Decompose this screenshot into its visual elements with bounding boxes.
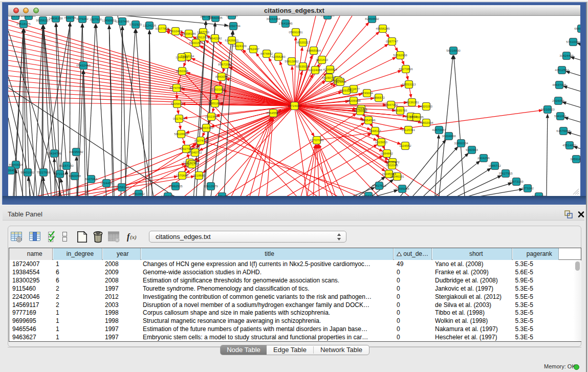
svg-text:29518175: 29518175 [16,22,31,26]
svg-text:43512562: 43512562 [555,68,569,72]
svg-text:36236351: 36236351 [405,100,419,104]
svg-text:8749004: 8749004 [361,91,374,95]
svg-text:55340712: 55340712 [188,150,202,154]
svg-text:0086712: 0086712 [489,164,502,167]
svg-text:12490652: 12490652 [102,18,116,22]
svg-text:3279282: 3279282 [76,17,89,20]
svg-text:2275459: 2275459 [216,194,229,196]
svg-text:52851840: 52851840 [208,101,222,105]
svg-text:95205958: 95205958 [346,99,361,102]
svg-text:1947759: 1947759 [197,30,210,34]
svg-text:31802034: 31802034 [419,121,433,124]
svg-text:17641845: 17641845 [278,21,293,25]
svg-text:12056734: 12056734 [226,24,241,28]
svg-text:63037486: 63037486 [115,19,129,23]
svg-text:61576868: 61576868 [556,129,571,133]
svg-text:42368824: 42368824 [323,68,337,71]
svg-text:8027475: 8027475 [194,139,207,142]
svg-text:4762497: 4762497 [247,47,260,51]
svg-text:47707048: 47707048 [310,138,324,142]
svg-text:9006458: 9006458 [8,168,17,172]
svg-text:38210023: 38210023 [540,107,555,111]
svg-text:99431662: 99431662 [20,170,35,174]
svg-text:11124226: 11124226 [143,24,157,27]
svg-text:9060058: 9060058 [69,174,81,178]
svg-text:48437005: 48437005 [552,83,567,86]
svg-text:9348117: 9348117 [369,129,381,133]
svg-text:1104552: 1104552 [399,144,411,147]
svg-text:3521410: 3521410 [316,58,329,61]
svg-text:32860334: 32860334 [454,141,468,145]
svg-text:58028696: 58028696 [174,132,188,136]
svg-text:45656245: 45656245 [376,27,390,30]
svg-text:03645527: 03645527 [266,111,280,115]
svg-text:84095642: 84095642 [69,150,83,154]
svg-text:35627915: 35627915 [498,171,513,175]
svg-text:42358283: 42358283 [271,55,286,58]
svg-text:75227668: 75227668 [36,170,51,174]
svg-text:2273242: 2273242 [521,186,534,190]
svg-text:1027616: 1027616 [90,17,102,21]
svg-text:(x): (x) [130,234,137,240]
svg-text:20935765: 20935765 [393,108,407,112]
svg-text:0284862: 0284862 [381,151,394,155]
svg-text:5702929: 5702929 [129,23,142,26]
svg-text:9604220: 9604220 [362,194,375,196]
svg-text:7839705: 7839705 [64,16,77,19]
svg-text:87971707: 87971707 [185,162,199,166]
svg-text:03093262: 03093262 [339,89,354,92]
svg-text:23973169: 23973169 [509,180,524,183]
svg-text:88813383: 88813383 [532,194,546,196]
svg-text:56320217: 56320217 [296,40,310,44]
svg-text:0017634: 0017634 [173,117,186,120]
svg-text:38204668: 38204668 [442,134,456,138]
svg-text:38258112: 38258112 [115,185,129,189]
svg-text:21840905: 21840905 [208,16,223,19]
svg-text:2932340: 2932340 [205,115,218,118]
svg-text:10642242: 10642242 [208,36,222,40]
svg-text:57310060: 57310060 [566,40,580,43]
svg-text:42927952: 42927952 [179,147,193,150]
svg-text:7972183: 7972183 [54,172,67,176]
svg-text:03613979: 03613979 [204,184,218,188]
svg-text:5825801: 5825801 [334,80,347,83]
svg-text:2916055: 2916055 [552,99,565,102]
svg-text:58398146: 58398146 [182,32,196,35]
svg-text:89943014: 89943014 [9,163,23,166]
svg-text:65939194: 65939194 [296,64,310,68]
svg-text:1244283: 1244283 [176,55,188,59]
svg-text:01120311: 01120311 [402,128,416,132]
svg-text:61426611: 61426611 [225,38,239,42]
svg-text:9150346: 9150346 [176,69,189,73]
svg-text:89273816: 89273816 [399,67,413,71]
svg-text:64947082: 64947082 [384,103,398,106]
svg-text:39992505: 39992505 [168,184,183,188]
svg-text:3459144: 3459144 [570,157,580,161]
svg-text:30346191: 30346191 [390,174,404,178]
svg-text:80747895: 80747895 [169,86,184,90]
svg-text:5205833: 5205833 [171,102,184,105]
svg-text:05691061: 05691061 [289,30,303,34]
svg-text:55954546: 55954546 [361,118,376,122]
svg-text:84424109: 84424109 [232,44,247,48]
svg-text:93377809: 93377809 [155,27,169,30]
svg-text:2810862: 2810862 [133,192,145,195]
svg-text:2404296: 2404296 [477,156,490,160]
svg-text:22601858: 22601858 [211,87,226,91]
svg-text:04806358: 04806358 [49,16,63,20]
svg-text:99001533: 99001533 [189,41,203,45]
svg-text:15106502: 15106502 [353,109,367,113]
svg-text:69973653: 69973653 [320,16,335,17]
svg-text:68819736: 68819736 [21,16,36,17]
svg-text:66881345: 66881345 [574,27,580,30]
svg-text:34153364: 34153364 [266,17,280,20]
svg-text:9160903: 9160903 [466,148,478,151]
svg-text:56018830: 56018830 [446,49,461,52]
svg-text:99356327: 99356327 [36,18,50,22]
svg-text:41610477: 41610477 [168,29,183,33]
svg-text:29555064: 29555064 [395,187,409,190]
svg-text:80157150: 80157150 [59,164,74,167]
svg-text:3218680: 3218680 [193,173,206,177]
svg-text:30424409: 30424409 [559,54,574,57]
svg-text:84417610: 84417610 [372,184,386,187]
